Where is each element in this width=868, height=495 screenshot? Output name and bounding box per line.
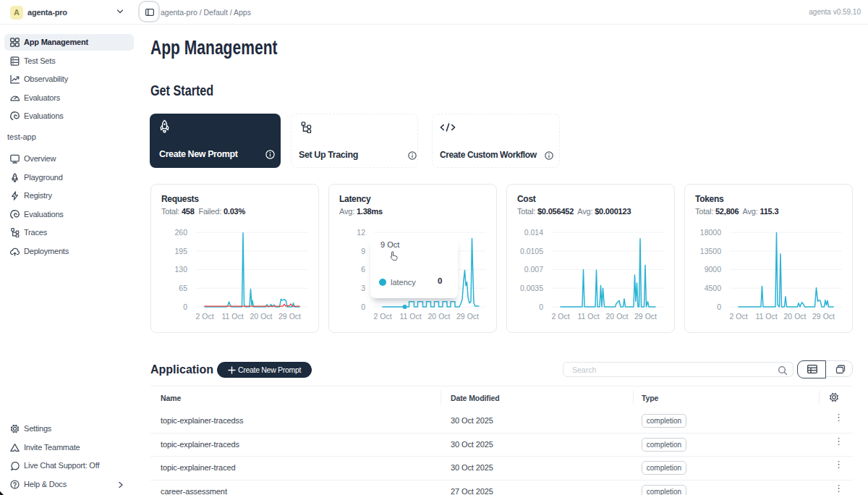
svg-text:130: 130 [174, 265, 187, 274]
svg-text:29 Oct: 29 Oct [456, 312, 479, 321]
svg-text:12: 12 [357, 228, 365, 237]
svg-text:0.0035: 0.0035 [520, 284, 543, 292]
svg-text:260: 260 [174, 228, 187, 237]
svg-text:29 Oct: 29 Oct [634, 312, 657, 321]
svg-text:20 Oct: 20 Oct [606, 312, 629, 321]
svg-text:18000: 18000 [700, 228, 721, 237]
svg-text:11 Oct: 11 Oct [578, 312, 600, 321]
svg-text:0: 0 [361, 302, 365, 311]
svg-text:0: 0 [539, 302, 543, 311]
svg-text:9: 9 [361, 247, 365, 255]
svg-text:13500: 13500 [700, 247, 721, 255]
svg-text:11 Oct: 11 Oct [400, 312, 422, 321]
svg-text:3: 3 [361, 284, 365, 292]
svg-text:9000: 9000 [705, 265, 722, 274]
svg-text:2 Oct: 2 Oct [373, 312, 391, 321]
svg-text:29 Oct: 29 Oct [278, 312, 301, 321]
svg-text:20 Oct: 20 Oct [784, 312, 807, 321]
svg-text:65: 65 [179, 284, 187, 292]
svg-text:195: 195 [174, 247, 187, 255]
svg-text:11 Oct: 11 Oct [222, 312, 244, 321]
svg-text:0: 0 [717, 302, 721, 311]
svg-text:20 Oct: 20 Oct [250, 312, 273, 321]
svg-text:0.0105: 0.0105 [520, 247, 543, 255]
svg-text:11 Oct: 11 Oct [756, 312, 778, 321]
svg-text:0.007: 0.007 [524, 265, 543, 274]
svg-text:0.014: 0.014 [524, 228, 543, 237]
svg-text:29 Oct: 29 Oct [812, 312, 835, 321]
svg-text:2 Oct: 2 Oct [195, 312, 213, 321]
svg-text:4500: 4500 [705, 284, 722, 292]
svg-text:2 Oct: 2 Oct [551, 312, 569, 321]
svg-text:6: 6 [361, 265, 365, 274]
svg-text:0: 0 [183, 302, 187, 311]
svg-text:2 Oct: 2 Oct [729, 312, 747, 321]
svg-text:20 Oct: 20 Oct [428, 312, 451, 321]
